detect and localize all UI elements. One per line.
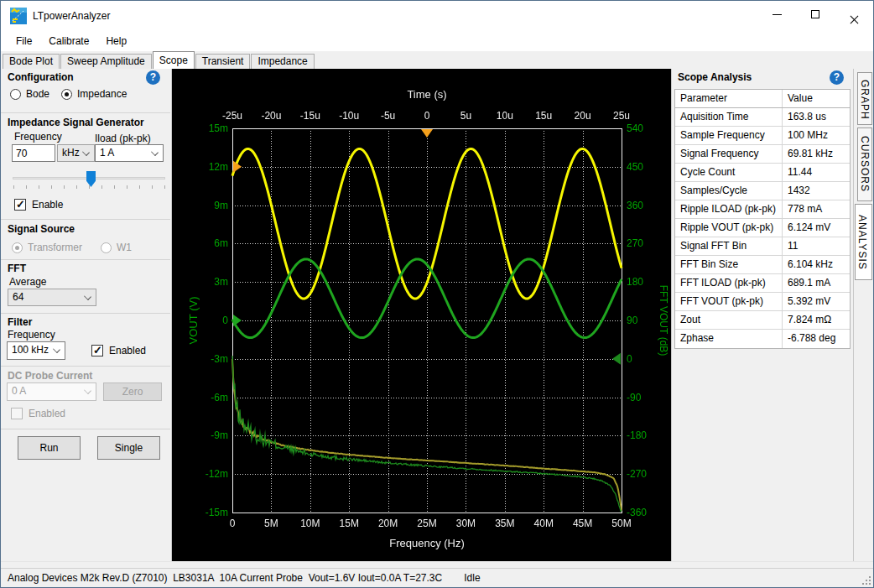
- parameter-cell: Zphase: [675, 330, 783, 348]
- dc-probe-value: 0 A: [12, 385, 26, 397]
- filter-enabled-checkbox[interactable]: Enabled: [91, 345, 146, 356]
- signal-generator-title: Impedance Signal Generator: [8, 117, 144, 128]
- chevron-down-icon: [151, 148, 159, 156]
- tab-transient[interactable]: Transient: [195, 54, 251, 69]
- table-row: Samples/Cycle1432: [675, 182, 850, 200]
- analysis-panel: Scope Analysis ? Parameter Value Aquisit…: [671, 69, 853, 561]
- table-row: Signal Frequency69.81 kHz: [675, 145, 850, 164]
- parameter-cell: Aquisition Time: [675, 108, 783, 126]
- run-button[interactable]: Run: [18, 436, 81, 460]
- tab-bode-plot[interactable]: Bode Plot: [3, 54, 60, 69]
- side-tab-graph[interactable]: GRAPH: [857, 72, 872, 125]
- side-tab-analysis[interactable]: ANALYSIS: [855, 204, 872, 280]
- table-header-row: Parameter Value: [675, 90, 850, 108]
- scope-plot-canvas[interactable]: [172, 69, 671, 561]
- value-cell: 778 mA: [783, 200, 850, 218]
- app-window: LTpowerAnalyzer File Calibrate Help Bode…: [0, 0, 874, 588]
- side-tab-cursors[interactable]: CURSORS: [857, 127, 872, 201]
- title-bar: LTpowerAnalyzer: [1, 1, 873, 31]
- app-icon: [10, 8, 27, 24]
- radio-w1-circle: [101, 242, 112, 253]
- analysis-help-icon[interactable]: ?: [830, 70, 844, 85]
- average-value: 64: [13, 291, 23, 303]
- parameter-cell: Ripple ILOAD (pk-pk): [675, 200, 783, 218]
- table-row: Zout7.824 mΩ: [675, 311, 850, 330]
- value-cell: 7.824 mΩ: [783, 311, 850, 329]
- table-row: FFT ILOAD (pk-pk)689.1 mA: [675, 274, 850, 293]
- table-row: Aquisition Time163.8 us: [675, 108, 850, 127]
- side-tab-strip: GRAPH CURSORS ANALYSIS: [853, 69, 873, 561]
- frequency-input[interactable]: [12, 144, 55, 162]
- dc-probe-enabled-checkbox-box: [11, 408, 23, 419]
- status-bar: Analog Devices M2k Rev.D (Z7010) LB3031A…: [1, 568, 873, 587]
- parameter-cell: Zout: [675, 311, 783, 329]
- filter-frequency-dropdown[interactable]: 100 kHz: [7, 341, 65, 360]
- radio-impedance[interactable]: Impedance: [61, 88, 127, 100]
- iload-value: 1 A: [100, 147, 114, 159]
- plot-area: [172, 69, 671, 561]
- single-button[interactable]: Single: [97, 436, 160, 460]
- close-button[interactable]: [835, 1, 873, 28]
- frequency-unit-value: kHz: [62, 147, 80, 159]
- parameter-cell: Sample Frequency: [675, 127, 783, 144]
- value-cell: 689.1 mA: [783, 274, 850, 292]
- iload-label: Iload (pk-pk): [95, 133, 151, 144]
- parameter-cell: FFT VOUT (pk-pk): [675, 293, 783, 310]
- enable-checkbox-label: Enable: [32, 199, 63, 211]
- tab-impedance[interactable]: Impedance: [251, 54, 314, 69]
- average-dropdown[interactable]: 64: [8, 289, 96, 306]
- iload-dropdown[interactable]: 1 A: [95, 144, 164, 162]
- column-header-value: Value: [783, 90, 850, 107]
- average-label: Average: [9, 276, 46, 288]
- menu-bar: File Calibrate Help: [1, 31, 873, 51]
- tab-sweep-amplitude[interactable]: Sweep Amplitude: [60, 54, 152, 69]
- resize-grip[interactable]: [861, 575, 871, 585]
- content-status-divider: [1, 561, 873, 568]
- chevron-down-icon: [84, 387, 91, 394]
- analysis-table: Parameter Value Aquisition Time163.8 usS…: [674, 89, 851, 349]
- maximize-icon: [811, 10, 819, 18]
- filter-enabled-label: Enabled: [109, 345, 146, 356]
- parameter-cell: FFT Bin Size: [675, 256, 783, 273]
- table-row: Ripple VOUT (pk-pk)6.124 mV: [675, 219, 850, 237]
- menu-file[interactable]: File: [8, 31, 40, 51]
- value-cell: -6.788 deg: [783, 330, 850, 348]
- menu-help[interactable]: Help: [97, 31, 135, 51]
- frequency-label: Frequency: [14, 131, 62, 143]
- analysis-title: Scope Analysis: [678, 71, 752, 83]
- parameter-cell: FFT ILOAD (pk-pk): [675, 274, 783, 292]
- close-icon: [849, 14, 860, 25]
- scope-page: Configuration ? Bode Impedance Impedance…: [1, 69, 873, 561]
- tab-scope[interactable]: Scope: [153, 51, 195, 69]
- table-row: Zphase-6.788 deg: [675, 330, 850, 348]
- enable-checkbox[interactable]: Enable: [14, 199, 63, 211]
- filter-frequency-value: 100 kHz: [12, 344, 49, 356]
- enable-checkbox-box: [14, 199, 26, 211]
- parameter-cell: Signal Frequency: [675, 145, 783, 163]
- table-row: Cycle Count11.44: [675, 164, 850, 182]
- value-cell: 6.104 kHz: [783, 256, 850, 273]
- value-cell: 163.8 us: [783, 108, 850, 126]
- menu-calibrate[interactable]: Calibrate: [40, 31, 97, 51]
- chevron-down-icon: [84, 293, 91, 300]
- radio-bode[interactable]: Bode: [10, 88, 49, 100]
- radio-transformer-circle: [12, 242, 23, 253]
- radio-impedance-circle: [61, 89, 72, 100]
- dc-probe-title: DC Probe Current: [8, 370, 92, 382]
- signal-source-title: Signal Source: [8, 223, 75, 235]
- minimize-button[interactable]: [757, 1, 796, 28]
- frequency-slider-ticks: [13, 185, 166, 189]
- parameter-cell: Samples/Cycle: [675, 182, 783, 200]
- radio-bode-circle: [10, 89, 21, 100]
- value-cell: 69.81 kHz: [783, 145, 850, 163]
- dc-probe-enabled-label: Enabled: [29, 408, 65, 419]
- maximize-button[interactable]: [796, 1, 835, 28]
- table-row: Signal FFT Bin11: [675, 237, 850, 256]
- radio-impedance-label: Impedance: [77, 88, 127, 100]
- dc-probe-enabled-checkbox: Enabled: [11, 408, 65, 419]
- left-panel: Configuration ? Bode Impedance Impedance…: [1, 69, 172, 561]
- value-cell: 11: [783, 237, 850, 255]
- frequency-unit-dropdown[interactable]: kHz: [57, 144, 95, 162]
- value-cell: 100 MHz: [783, 127, 850, 144]
- configuration-help-icon[interactable]: ?: [146, 70, 160, 85]
